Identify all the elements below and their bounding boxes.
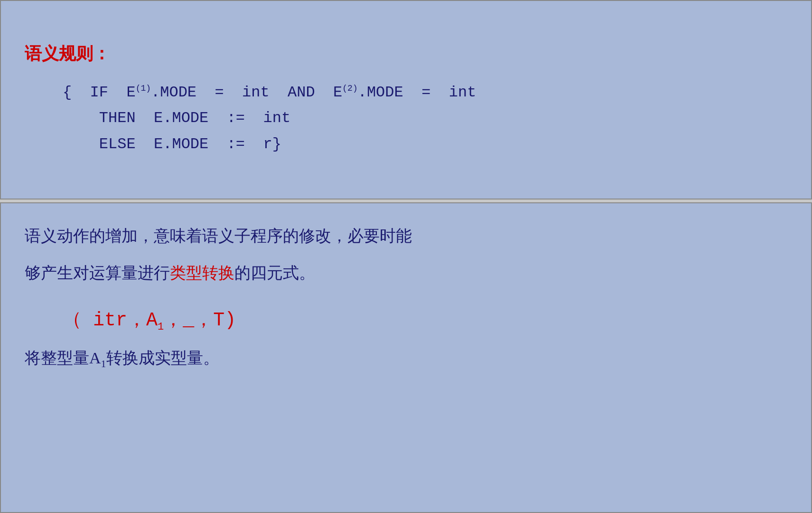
code-block: { IF E(1).MODE = int AND E(2).MODE = int… <box>63 80 787 157</box>
body-text-line2: 够产生对运算量进行类型转换的四元式。 <box>25 259 787 287</box>
convert-suffix: 转换成实型量。 <box>106 349 219 367</box>
code-line-2: THEN E.MODE := int <box>63 105 787 131</box>
body-text-highlight: 类型转换 <box>170 264 234 282</box>
convert-subscript: 1 <box>101 357 106 369</box>
body-text-prefix: 够产生对运算量进行 <box>25 264 170 282</box>
body-text-line1: 语义动作的增加，意味着语义子程序的修改，必要时能 <box>25 222 787 250</box>
convert-description: 将整型量A1转换成实型量。 <box>25 347 787 370</box>
section-title: 语义规则： <box>25 42 787 66</box>
body-text-suffix: 的四元式。 <box>234 264 315 282</box>
code-line-1: { IF E(1).MODE = int AND E(2).MODE = int <box>63 80 787 105</box>
itr-expression: （ itr，A1，_，T) <box>63 306 787 333</box>
convert-prefix: 将整型量A <box>25 349 101 367</box>
code-line-3: ELSE E.MODE := r} <box>63 132 787 157</box>
top-panel: 语义规则： { IF E(1).MODE = int AND E(2).MODE… <box>0 0 812 200</box>
bottom-panel: 语义动作的增加，意味着语义子程序的修改，必要时能 够产生对运算量进行类型转换的四… <box>0 202 812 513</box>
